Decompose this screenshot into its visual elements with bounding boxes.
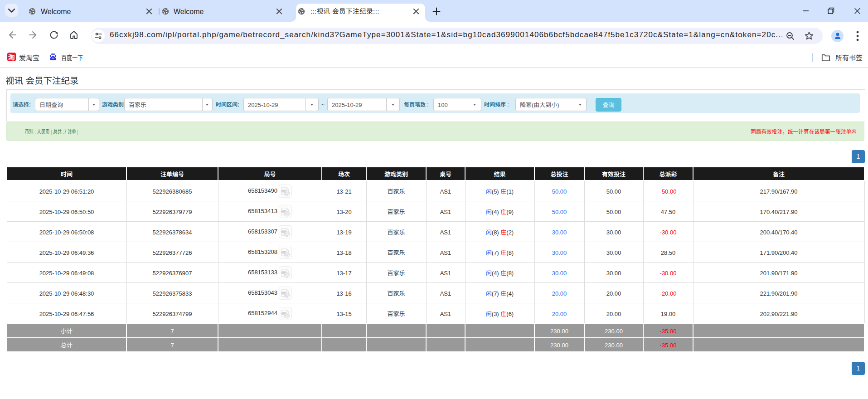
svg-text:du: du (52, 57, 54, 59)
